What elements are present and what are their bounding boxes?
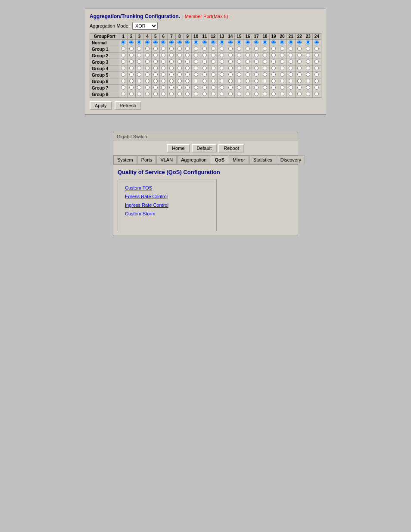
cell-r2-p21[interactable]	[286, 53, 295, 59]
radio-r1-p9[interactable]	[185, 47, 190, 51]
tab-discovery[interactable]: Discovery	[277, 156, 305, 164]
radio-r6-p24[interactable]	[314, 79, 319, 83]
radio-r6-p21[interactable]	[289, 79, 293, 83]
radio-r1-p2[interactable]	[129, 47, 134, 51]
radio-r0-p20[interactable]	[280, 40, 284, 44]
cell-r3-p20[interactable]	[278, 59, 286, 65]
cell-r1-p24[interactable]	[312, 46, 321, 53]
radio-r8-p17[interactable]	[254, 92, 258, 96]
cell-r2-p7[interactable]	[168, 53, 176, 59]
cell-r5-p4[interactable]	[143, 72, 152, 78]
cell-r2-p17[interactable]	[252, 53, 261, 59]
radio-r4-p3[interactable]	[137, 66, 141, 70]
radio-r2-p12[interactable]	[211, 53, 215, 57]
radio-r2-p2[interactable]	[129, 53, 134, 57]
radio-r4-p20[interactable]	[280, 66, 284, 70]
radio-r4-p22[interactable]	[297, 66, 302, 70]
radio-r0-p7[interactable]	[169, 40, 174, 44]
radio-r0-p15[interactable]	[237, 40, 241, 44]
radio-r4-p1[interactable]	[121, 66, 125, 70]
cell-r8-p20[interactable]	[278, 91, 286, 98]
radio-r0-p3[interactable]	[137, 40, 141, 44]
cell-r0-p10[interactable]	[192, 40, 200, 46]
radio-r2-p7[interactable]	[169, 53, 174, 57]
radio-r8-p6[interactable]	[161, 92, 165, 96]
cell-r5-p16[interactable]	[243, 72, 252, 78]
cell-r3-p19[interactable]	[269, 59, 278, 65]
cell-r1-p23[interactable]	[304, 46, 312, 53]
radio-r1-p21[interactable]	[289, 47, 293, 51]
cell-r4-p15[interactable]	[235, 65, 243, 72]
cell-r2-p5[interactable]	[151, 53, 159, 59]
tab-aggregation[interactable]: Aggregation	[177, 156, 210, 164]
cell-r5-p22[interactable]	[295, 72, 304, 78]
cell-r6-p10[interactable]	[192, 78, 200, 85]
cell-r0-p7[interactable]	[168, 40, 176, 46]
cell-r5-p9[interactable]	[184, 72, 192, 78]
cell-r4-p13[interactable]	[218, 65, 226, 72]
radio-r7-p1[interactable]	[121, 85, 125, 90]
radio-r3-p21[interactable]	[289, 59, 293, 64]
cell-r1-p22[interactable]	[295, 46, 304, 53]
cell-r1-p16[interactable]	[243, 46, 252, 53]
radio-r7-p18[interactable]	[263, 85, 267, 90]
radio-r1-p20[interactable]	[280, 47, 284, 51]
cell-r2-p10[interactable]	[192, 53, 200, 59]
radio-r3-p13[interactable]	[220, 59, 224, 64]
radio-r4-p12[interactable]	[211, 66, 215, 70]
cell-r6-p12[interactable]	[209, 78, 218, 85]
radio-r6-p7[interactable]	[169, 79, 174, 83]
radio-r1-p3[interactable]	[137, 47, 141, 51]
cell-r6-p14[interactable]	[226, 78, 235, 85]
cell-r0-p21[interactable]	[286, 40, 295, 46]
radio-r2-p16[interactable]	[246, 53, 250, 57]
cell-r6-p1[interactable]	[119, 78, 128, 85]
radio-r5-p21[interactable]	[289, 72, 293, 77]
cell-r0-p23[interactable]	[304, 40, 312, 46]
radio-r7-p10[interactable]	[194, 85, 198, 90]
radio-r4-p14[interactable]	[228, 66, 233, 70]
cell-r6-p3[interactable]	[135, 78, 143, 85]
cell-r5-p10[interactable]	[192, 72, 200, 78]
cell-r7-p4[interactable]	[143, 85, 152, 91]
radio-r1-p1[interactable]	[121, 47, 125, 51]
cell-r0-p6[interactable]	[159, 40, 168, 46]
cell-r3-p15[interactable]	[235, 59, 243, 65]
cell-r2-p2[interactable]	[128, 53, 136, 59]
radio-r5-p8[interactable]	[177, 72, 182, 77]
cell-r1-p10[interactable]	[192, 46, 200, 53]
radio-r2-p9[interactable]	[185, 53, 190, 57]
cell-r6-p16[interactable]	[243, 78, 252, 85]
radio-r8-p15[interactable]	[237, 92, 241, 96]
cell-r8-p19[interactable]	[269, 91, 278, 98]
radio-r3-p5[interactable]	[153, 59, 158, 64]
radio-r0-p13[interactable]	[220, 40, 224, 44]
radio-r0-p9[interactable]	[185, 40, 190, 44]
cell-r3-p22[interactable]	[295, 59, 304, 65]
cell-r5-p24[interactable]	[312, 72, 321, 78]
cell-r1-p6[interactable]	[159, 46, 168, 53]
cell-r4-p20[interactable]	[278, 65, 286, 72]
cell-r6-p23[interactable]	[304, 78, 312, 85]
radio-r4-p13[interactable]	[220, 66, 224, 70]
radio-r6-p9[interactable]	[185, 79, 190, 83]
radio-r3-p7[interactable]	[169, 59, 174, 64]
cell-r6-p4[interactable]	[143, 78, 152, 85]
custom-tos-link[interactable]: Custom TOS	[125, 185, 209, 190]
radio-r6-p5[interactable]	[153, 79, 158, 83]
cell-r3-p14[interactable]	[226, 59, 235, 65]
radio-r5-p17[interactable]	[254, 72, 258, 77]
cell-r2-p22[interactable]	[295, 53, 304, 59]
radio-r1-p19[interactable]	[271, 47, 276, 51]
cell-r1-p2[interactable]	[128, 46, 136, 53]
cell-r4-p18[interactable]	[261, 65, 269, 72]
tab-statistics[interactable]: Statistics	[249, 156, 276, 164]
radio-r4-p15[interactable]	[237, 66, 241, 70]
cell-r4-p11[interactable]	[200, 65, 209, 72]
cell-r1-p8[interactable]	[175, 46, 184, 53]
cell-r7-p22[interactable]	[295, 85, 304, 91]
cell-r1-p5[interactable]	[151, 46, 159, 53]
cell-r4-p7[interactable]	[168, 65, 176, 72]
cell-r5-p20[interactable]	[278, 72, 286, 78]
radio-r4-p17[interactable]	[254, 66, 258, 70]
